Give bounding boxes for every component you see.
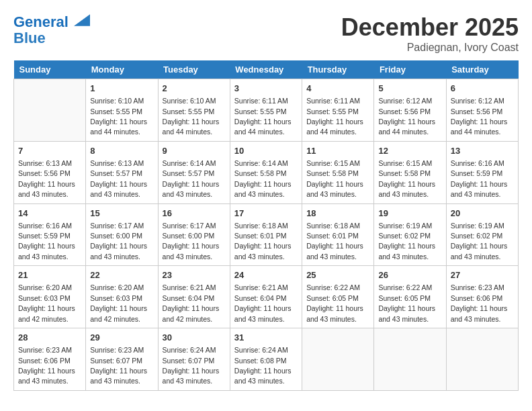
logo-text: General [13, 13, 90, 30]
calendar-cell: 24Sunrise: 6:21 AMSunset: 6:04 PMDayligh… [230, 266, 302, 328]
location: Padiegnan, Ivory Coast [341, 42, 519, 54]
day-info: Sunrise: 6:10 AMSunset: 5:55 PMDaylight:… [90, 97, 147, 136]
day-number: 4 [306, 83, 369, 95]
calendar-cell [14, 79, 86, 142]
calendar-cell: 26Sunrise: 6:22 AMSunset: 6:05 PMDayligh… [374, 266, 446, 328]
calendar-cell: 29Sunrise: 6:23 AMSunset: 6:07 PMDayligh… [86, 328, 158, 391]
calendar-cell: 5Sunrise: 6:12 AMSunset: 5:56 PMDaylight… [374, 79, 446, 142]
day-info: Sunrise: 6:11 AMSunset: 5:55 PMDaylight:… [306, 97, 363, 136]
calendar-cell: 1Sunrise: 6:10 AMSunset: 5:55 PMDaylight… [86, 79, 158, 142]
calendar-cell: 20Sunrise: 6:19 AMSunset: 6:02 PMDayligh… [446, 203, 518, 266]
day-number: 5 [378, 83, 441, 95]
day-info: Sunrise: 6:11 AMSunset: 5:55 PMDaylight:… [234, 97, 292, 136]
calendar-cell: 2Sunrise: 6:10 AMSunset: 5:55 PMDaylight… [158, 79, 230, 142]
calendar-cell: 17Sunrise: 6:18 AMSunset: 6:01 PMDayligh… [230, 203, 302, 266]
calendar-cell: 12Sunrise: 6:15 AMSunset: 5:58 PMDayligh… [374, 141, 446, 203]
calendar-table: SundayMondayTuesdayWednesdayThursdayFrid… [13, 60, 519, 391]
day-info: Sunrise: 6:23 AMSunset: 6:06 PMDaylight:… [451, 283, 508, 322]
calendar-cell: 27Sunrise: 6:23 AMSunset: 6:06 PMDayligh… [446, 266, 518, 328]
day-info: Sunrise: 6:19 AMSunset: 6:02 PMDaylight:… [378, 222, 435, 261]
calendar-cell: 25Sunrise: 6:22 AMSunset: 6:05 PMDayligh… [302, 266, 374, 328]
day-number: 13 [451, 145, 514, 157]
calendar-cell: 23Sunrise: 6:21 AMSunset: 6:04 PMDayligh… [158, 266, 230, 328]
calendar-cell: 9Sunrise: 6:14 AMSunset: 5:57 PMDaylight… [158, 141, 230, 203]
day-info: Sunrise: 6:20 AMSunset: 6:03 PMDaylight:… [18, 283, 75, 322]
page-header: General Blue December 2025 Padiegnan, Iv… [13, 13, 519, 54]
day-info: Sunrise: 6:22 AMSunset: 6:05 PMDaylight:… [378, 283, 435, 322]
day-info: Sunrise: 6:20 AMSunset: 6:03 PMDaylight:… [90, 283, 147, 322]
calendar-cell: 22Sunrise: 6:20 AMSunset: 6:03 PMDayligh… [86, 266, 158, 328]
day-number: 19 [378, 208, 441, 220]
calendar-cell: 10Sunrise: 6:14 AMSunset: 5:58 PMDayligh… [230, 141, 302, 203]
day-number: 10 [234, 145, 298, 157]
calendar-cell: 13Sunrise: 6:16 AMSunset: 5:59 PMDayligh… [446, 141, 518, 203]
calendar-cell: 30Sunrise: 6:24 AMSunset: 6:07 PMDayligh… [158, 328, 230, 391]
calendar-cell: 7Sunrise: 6:13 AMSunset: 5:56 PMDaylight… [14, 141, 86, 203]
day-info: Sunrise: 6:21 AMSunset: 6:04 PMDaylight:… [163, 283, 220, 322]
day-header-sunday: Sunday [14, 60, 86, 79]
title-block: December 2025 Padiegnan, Ivory Coast [341, 13, 519, 54]
day-header-wednesday: Wednesday [230, 60, 302, 79]
day-number: 18 [306, 208, 369, 220]
day-header-saturday: Saturday [446, 60, 518, 79]
calendar-cell [446, 328, 518, 391]
day-number: 17 [234, 208, 298, 220]
week-row-2: 7Sunrise: 6:13 AMSunset: 5:56 PMDaylight… [14, 141, 519, 203]
calendar-cell: 16Sunrise: 6:17 AMSunset: 6:00 PMDayligh… [158, 203, 230, 266]
day-number: 23 [163, 269, 226, 281]
day-number: 9 [163, 145, 226, 157]
day-info: Sunrise: 6:21 AMSunset: 6:04 PMDaylight:… [234, 283, 292, 322]
day-info: Sunrise: 6:12 AMSunset: 5:56 PMDaylight:… [378, 97, 435, 136]
calendar-cell: 15Sunrise: 6:17 AMSunset: 6:00 PMDayligh… [86, 203, 158, 266]
day-info: Sunrise: 6:12 AMSunset: 5:56 PMDaylight:… [451, 97, 508, 136]
calendar-cell [302, 328, 374, 391]
days-header-row: SundayMondayTuesdayWednesdayThursdayFrid… [14, 60, 519, 79]
day-info: Sunrise: 6:10 AMSunset: 5:55 PMDaylight:… [163, 97, 220, 136]
day-info: Sunrise: 6:17 AMSunset: 6:00 PMDaylight:… [163, 222, 220, 261]
calendar-cell: 6Sunrise: 6:12 AMSunset: 5:56 PMDaylight… [446, 79, 518, 142]
day-info: Sunrise: 6:22 AMSunset: 6:05 PMDaylight:… [306, 283, 363, 322]
day-number: 24 [234, 269, 298, 281]
day-info: Sunrise: 6:16 AMSunset: 5:59 PMDaylight:… [451, 159, 508, 198]
day-info: Sunrise: 6:14 AMSunset: 5:57 PMDaylight:… [163, 159, 220, 198]
day-header-tuesday: Tuesday [158, 60, 230, 79]
logo: General Blue [13, 13, 90, 46]
calendar-cell: 3Sunrise: 6:11 AMSunset: 5:55 PMDaylight… [230, 79, 302, 142]
day-info: Sunrise: 6:18 AMSunset: 6:01 PMDaylight:… [306, 222, 363, 261]
day-number: 21 [18, 269, 81, 281]
calendar-cell: 8Sunrise: 6:13 AMSunset: 5:57 PMDaylight… [86, 141, 158, 203]
day-number: 11 [306, 145, 369, 157]
day-number: 6 [451, 83, 514, 95]
calendar-cell: 18Sunrise: 6:18 AMSunset: 6:01 PMDayligh… [302, 203, 374, 266]
calendar-cell: 19Sunrise: 6:19 AMSunset: 6:02 PMDayligh… [374, 203, 446, 266]
logo-line2-text: Blue [13, 30, 46, 46]
day-info: Sunrise: 6:15 AMSunset: 5:58 PMDaylight:… [378, 159, 435, 198]
day-info: Sunrise: 6:15 AMSunset: 5:58 PMDaylight:… [306, 159, 363, 198]
day-header-friday: Friday [374, 60, 446, 79]
month-title: December 2025 [341, 13, 519, 42]
day-number: 14 [18, 208, 81, 220]
day-header-thursday: Thursday [302, 60, 374, 79]
day-number: 31 [234, 332, 298, 344]
day-number: 27 [451, 269, 514, 281]
day-number: 28 [18, 332, 81, 344]
logo-line2: Blue [13, 30, 46, 46]
day-info: Sunrise: 6:18 AMSunset: 6:01 PMDaylight:… [234, 222, 292, 261]
calendar-cell: 21Sunrise: 6:20 AMSunset: 6:03 PMDayligh… [14, 266, 86, 328]
day-number: 15 [90, 208, 153, 220]
calendar-cell: 14Sunrise: 6:16 AMSunset: 5:59 PMDayligh… [14, 203, 86, 266]
day-number: 3 [234, 83, 298, 95]
logo-line1: General [13, 13, 69, 30]
day-info: Sunrise: 6:16 AMSunset: 5:59 PMDaylight:… [18, 222, 75, 261]
day-info: Sunrise: 6:23 AMSunset: 6:07 PMDaylight:… [90, 346, 147, 385]
week-row-3: 14Sunrise: 6:16 AMSunset: 5:59 PMDayligh… [14, 203, 519, 266]
calendar-cell: 11Sunrise: 6:15 AMSunset: 5:58 PMDayligh… [302, 141, 374, 203]
day-number: 20 [451, 208, 514, 220]
day-info: Sunrise: 6:14 AMSunset: 5:58 PMDaylight:… [234, 159, 292, 198]
calendar-cell: 4Sunrise: 6:11 AMSunset: 5:55 PMDaylight… [302, 79, 374, 142]
calendar-cell: 31Sunrise: 6:24 AMSunset: 6:08 PMDayligh… [230, 328, 302, 391]
day-number: 1 [90, 83, 153, 95]
week-row-4: 21Sunrise: 6:20 AMSunset: 6:03 PMDayligh… [14, 266, 519, 328]
week-row-1: 1Sunrise: 6:10 AMSunset: 5:55 PMDaylight… [14, 79, 519, 142]
day-number: 29 [90, 332, 153, 344]
